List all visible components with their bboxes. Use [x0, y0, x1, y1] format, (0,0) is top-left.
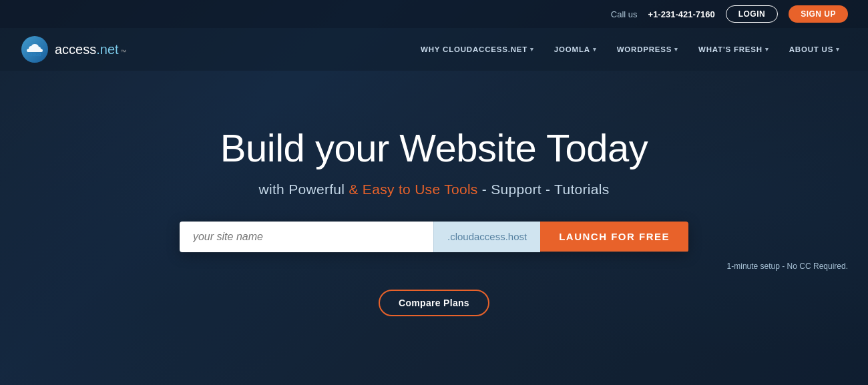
nav-item-fresh[interactable]: WHAT'S FRESH ▾ [690, 40, 777, 59]
nav-link-why[interactable]: WHY CLOUDACCESS.NET ▾ [413, 40, 542, 59]
chevron-down-icon: ▾ [765, 46, 769, 53]
cloud-logo-icon: cloud [20, 35, 49, 64]
nav-link-about[interactable]: ABOUT US ▾ [781, 40, 848, 59]
logo-net: .net [96, 43, 118, 56]
chevron-down-icon: ▾ [593, 46, 597, 53]
login-button[interactable]: LOGIN [726, 5, 779, 23]
launch-button[interactable]: LAUNCH FOR FREE [540, 222, 688, 252]
domain-suffix: .cloudaccess.host [433, 222, 540, 252]
chevron-down-icon: ▾ [836, 46, 840, 53]
nav-item-about[interactable]: ABOUT US ▾ [781, 40, 848, 59]
nav-link-joomla[interactable]: JOOMLA ▾ [546, 40, 605, 59]
logo-tm: ™ [121, 49, 127, 55]
signup-button[interactable]: SIGN UP [789, 5, 848, 23]
no-cc-text: 1-minute setup - No CC Required. [727, 262, 848, 271]
nav-link-fresh[interactable]: WHAT'S FRESH ▾ [690, 40, 777, 59]
chevron-down-icon: ▾ [674, 46, 678, 53]
nav-link-wordpress[interactable]: WORDPRESS ▾ [609, 40, 686, 59]
logo-text: access .net ™ [55, 43, 127, 56]
launch-wrapper: LAUNCH FOR FREE [540, 222, 688, 252]
compare-plans-button[interactable]: Compare Plans [379, 290, 489, 316]
hero-section: Build your Website Today with Powerful &… [0, 71, 868, 385]
phone-number: +1-231-421-7160 [648, 9, 715, 19]
top-bar: Call us +1-231-421-7160 LOGIN SIGN UP [0, 0, 868, 28]
nav-item-joomla[interactable]: JOOMLA ▾ [546, 40, 605, 59]
hero-subtitle-plain: with Powerful [259, 181, 349, 197]
hero-subtitle: with Powerful & Easy to Use Tools - Supp… [259, 181, 610, 198]
logo[interactable]: cloud access .net ™ [20, 35, 127, 64]
chevron-down-icon: ▾ [530, 46, 534, 53]
nav-links: WHY CLOUDACCESS.NET ▾ JOOMLA ▾ WORDPRESS… [413, 40, 848, 59]
site-name-input[interactable] [180, 222, 433, 252]
hero-subtitle-rest: - Support - Tutorials [478, 181, 610, 197]
nav-item-wordpress[interactable]: WORDPRESS ▾ [609, 40, 686, 59]
logo-access: access [55, 43, 96, 56]
nav-item-why[interactable]: WHY CLOUDACCESS.NET ▾ [413, 40, 542, 59]
call-label: Call us [611, 9, 638, 19]
hero-subtitle-highlight: & Easy to Use Tools [349, 181, 477, 197]
hero-title: Build your Website Today [220, 126, 648, 171]
navbar: cloud access .net ™ WHY CLOUDACCESS.NET … [0, 28, 868, 71]
svg-text:cloud: cloud [29, 52, 41, 57]
site-name-row: .cloudaccess.host LAUNCH FOR FREE [180, 222, 688, 252]
